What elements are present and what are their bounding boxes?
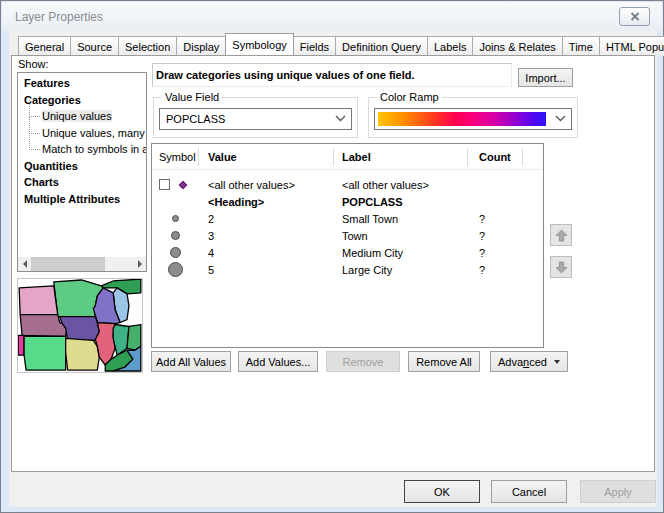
symbology-tab-page: Show: FeaturesCategoriesUnique valuesUni… xyxy=(11,55,655,472)
tab-strip: GeneralSourceSelectionDisplaySymbologyFi… xyxy=(18,34,664,56)
symbology-preview-map xyxy=(17,278,143,373)
color-ramp-dropdown[interactable] xyxy=(374,108,572,130)
circle-symbol-icon xyxy=(172,215,179,222)
tab-time[interactable]: Time xyxy=(562,36,600,56)
apply-button: Apply xyxy=(580,480,656,503)
close-button[interactable] xyxy=(619,7,650,26)
circle-symbol-icon xyxy=(168,262,183,277)
tree-item-label: Unique values xyxy=(42,110,112,122)
tree-item-label: Match to symbols in a xyxy=(42,143,147,155)
tab-general[interactable]: General xyxy=(18,36,71,56)
column-header-label: Label xyxy=(334,148,468,166)
titlebar: Layer Properties xyxy=(2,2,662,31)
symbol-cell[interactable] xyxy=(152,231,199,240)
symbol-table: Symbol Value Label Count <all other valu… xyxy=(151,143,544,348)
color-ramp-swatch xyxy=(378,112,546,126)
table-row[interactable]: 3Town? xyxy=(152,227,543,244)
tab-labels[interactable]: Labels xyxy=(427,36,473,56)
move-up-button[interactable] xyxy=(550,224,572,246)
value-field-dropdown[interactable]: POPCLASS xyxy=(159,108,352,130)
column-header-count: Count xyxy=(468,148,523,166)
symbol-cell[interactable] xyxy=(152,179,199,190)
table-row[interactable]: 5Large City? xyxy=(152,261,543,278)
symbol-cell[interactable] xyxy=(152,262,199,277)
tree-item-label: Multiple Attributes xyxy=(24,193,120,205)
value-cell: 2 xyxy=(199,213,334,225)
tree-item-match-to-symbols-in-a[interactable]: Match to symbols in a xyxy=(18,141,146,158)
map-image xyxy=(18,279,142,372)
tab-definition-query[interactable]: Definition Query xyxy=(335,36,428,56)
move-down-button[interactable] xyxy=(550,256,572,278)
tab-selection[interactable]: Selection xyxy=(118,36,177,56)
symbol-cell[interactable] xyxy=(152,215,199,222)
advanced-button[interactable]: Advanced xyxy=(490,351,568,372)
map-region-5 xyxy=(19,286,58,315)
value-cell: <Heading> xyxy=(199,196,334,208)
map-region-8 xyxy=(18,335,24,355)
table-header: Symbol Value Label Count xyxy=(152,144,543,170)
scroll-right-arrow-icon[interactable] xyxy=(133,257,146,271)
tree-item-multiple-attributes[interactable]: Multiple Attributes xyxy=(18,191,146,208)
label-cell: Town xyxy=(334,230,468,242)
tab-fields[interactable]: Fields xyxy=(293,36,336,56)
map-region-9 xyxy=(24,336,66,370)
tree-item-label: Charts xyxy=(24,176,59,188)
up-arrow-icon xyxy=(555,229,568,242)
scroll-left-arrow-icon[interactable] xyxy=(18,257,31,271)
column-header-value: Value xyxy=(199,148,334,166)
tree-item-label: Unique values, many xyxy=(42,127,145,139)
count-cell: ? xyxy=(468,247,523,259)
chevron-down-icon xyxy=(335,115,346,122)
down-arrow-icon xyxy=(555,261,568,274)
import-button[interactable]: Import... xyxy=(518,68,573,87)
cancel-button[interactable]: Cancel xyxy=(491,480,567,503)
tab-display[interactable]: Display xyxy=(176,36,226,56)
tab-source[interactable]: Source xyxy=(70,36,119,56)
method-description: Draw categories using unique values of o… xyxy=(152,63,512,87)
circle-symbol-icon xyxy=(171,231,180,240)
all-other-values-checkbox[interactable] xyxy=(159,179,170,190)
dropdown-arrow-icon xyxy=(554,360,560,364)
remove-button: Remove xyxy=(326,351,400,372)
value-field-group: Value Field POPCLASS xyxy=(153,97,358,138)
table-row[interactable]: 2Small Town? xyxy=(152,210,543,227)
symbol-cell[interactable] xyxy=(152,247,199,258)
tab-symbology[interactable]: Symbology xyxy=(225,33,293,56)
circle-symbol-icon xyxy=(170,247,181,258)
map-region-13 xyxy=(127,325,141,351)
tree-item-features[interactable]: Features xyxy=(18,75,146,92)
value-cell: <all other values> xyxy=(199,179,334,191)
scroll-thumb[interactable] xyxy=(31,257,105,271)
close-icon xyxy=(630,12,640,21)
count-cell: ? xyxy=(468,213,523,225)
value-field-selected: POPCLASS xyxy=(166,113,225,125)
tab-html-popup[interactable]: HTML Popup xyxy=(599,36,664,56)
table-body: <all other values><all other values><Hea… xyxy=(152,170,543,278)
ok-button[interactable]: OK xyxy=(404,480,480,503)
show-label: Show: xyxy=(18,58,49,70)
tree-item-label: Features xyxy=(24,77,70,89)
tree-item-label: Quantities xyxy=(24,160,78,172)
count-cell: ? xyxy=(468,230,523,242)
table-row[interactable]: <Heading>POPCLASS xyxy=(152,193,543,210)
label-cell: <all other values> xyxy=(334,179,468,191)
dialog-body: GeneralSourceSelectionDisplaySymbologyFi… xyxy=(9,31,657,507)
show-tree: FeaturesCategoriesUnique valuesUnique va… xyxy=(17,72,147,272)
remove-all-button[interactable]: Remove All xyxy=(408,351,480,372)
tree-item-charts[interactable]: Charts xyxy=(18,174,146,191)
value-cell: 4 xyxy=(199,247,334,259)
tree-item-quantities[interactable]: Quantities xyxy=(18,158,146,175)
tree-items: FeaturesCategoriesUnique valuesUnique va… xyxy=(18,75,146,207)
label-cell: Small Town xyxy=(334,213,468,225)
tree-hscrollbar[interactable] xyxy=(18,257,146,271)
table-row[interactable]: 4Medium City? xyxy=(152,244,543,261)
label-cell: Medium City xyxy=(334,247,468,259)
layer-properties-dialog: Layer Properties GeneralSourceSelectionD… xyxy=(0,0,664,513)
tab-joins-relates[interactable]: Joins & Relates xyxy=(472,36,562,56)
value-field-label: Value Field xyxy=(162,91,222,103)
window-title: Layer Properties xyxy=(15,10,103,24)
color-ramp-group: Color Ramp xyxy=(368,97,578,138)
add-values-button[interactable]: Add Values... xyxy=(238,351,318,372)
add-all-values-button[interactable]: Add All Values xyxy=(151,351,231,372)
table-row[interactable]: <all other values><all other values> xyxy=(152,176,543,193)
